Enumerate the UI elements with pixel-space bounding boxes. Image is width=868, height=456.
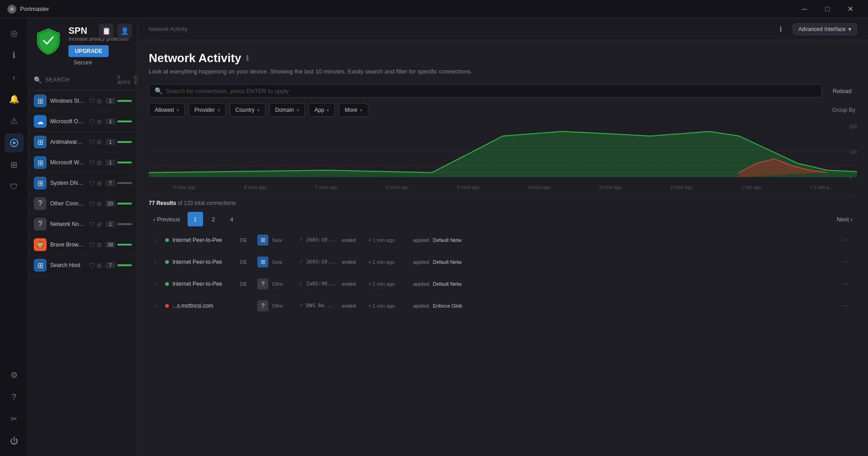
- minimize-button[interactable]: ─: [794, 0, 815, 18]
- chevron-down-icon: ▾: [848, 26, 851, 32]
- connection-more-button[interactable]: ⋯: [839, 300, 852, 311]
- main-content: Network Activity ℹ Advanced Interface ▾ …: [138, 18, 868, 456]
- app-actions: 🛡 ⊞: [89, 200, 102, 207]
- connection-row[interactable]: › ...s.msftncsi.com ? Othe ↗ DNS Re... e…: [149, 295, 857, 317]
- badge-bar: [117, 141, 132, 143]
- page-2-button[interactable]: 2: [206, 212, 221, 226]
- connection-name: Internet Peer-to-Pee: [173, 281, 236, 287]
- app-action-privacy[interactable]: 🛡: [89, 139, 95, 146]
- app-action-settings[interactable]: ⊞: [97, 98, 102, 105]
- badge-count: 1: [105, 159, 115, 166]
- app-list-item[interactable]: ? Other Connections 🛡 ⊞ 20: [28, 194, 137, 214]
- connection-search-bar: 🔍 Reload: [149, 84, 857, 98]
- maximize-button[interactable]: □: [817, 0, 838, 18]
- info-button[interactable]: ℹ: [774, 23, 787, 36]
- y-label-0: 0: [849, 175, 857, 180]
- nav-item-power[interactable]: ⏻: [5, 431, 24, 451]
- page-4-button[interactable]: 4: [224, 212, 240, 226]
- filter-allowed-button[interactable]: Allowed▾: [149, 103, 185, 117]
- connection-more-button[interactable]: ⋯: [839, 278, 852, 289]
- nav-item-globe[interactable]: ◎: [5, 24, 24, 43]
- chart-x-label: 9 mins ago: [173, 185, 195, 190]
- app-list-item[interactable]: ⊞ Antimalware Service Executable 🛡 ⊞ 1: [28, 132, 137, 152]
- nav-item-info[interactable]: ℹ: [5, 46, 24, 65]
- chevron-down-icon: ▾: [177, 108, 179, 113]
- sidebar-search-input[interactable]: [45, 77, 114, 83]
- app-action-settings[interactable]: ⊞: [97, 118, 102, 125]
- notes-button[interactable]: 📋: [99, 24, 114, 38]
- app-action-settings[interactable]: ⊞: [97, 262, 102, 269]
- nav-item-settings[interactable]: ⚙: [5, 366, 24, 385]
- connection-status: ended: [342, 303, 365, 309]
- badge-bar: [117, 244, 132, 246]
- filter-more-button[interactable]: More▾: [339, 103, 368, 117]
- app-icon: ⊞: [34, 136, 47, 148]
- spn-upgrade-button[interactable]: UPGRADE: [68, 45, 109, 57]
- connection-search-input[interactable]: [166, 88, 816, 94]
- titlebar: Portmaster ─ □ ✕: [0, 0, 868, 18]
- app-action-privacy[interactable]: 🛡: [89, 98, 95, 105]
- connection-status: ended: [342, 237, 365, 243]
- app-badge: 7: [105, 262, 132, 268]
- filter-country-button[interactable]: Country▾: [230, 103, 266, 117]
- connection-row[interactable]: › Internet Peer-to-Pee DE ⊞ Sear ↗ 2603:…: [149, 229, 857, 251]
- results-total: of 133 total connections: [178, 200, 235, 206]
- app-action-privacy[interactable]: 🛡: [89, 180, 95, 187]
- shield-icon: [36, 27, 61, 56]
- app-action-settings[interactable]: ⊞: [97, 221, 102, 228]
- connection-country: DE: [240, 259, 254, 265]
- app-action-privacy[interactable]: 🛡: [89, 118, 95, 125]
- page-1-button[interactable]: 1: [188, 212, 203, 226]
- filter-domain-button[interactable]: Domain▾: [269, 103, 305, 117]
- app-list-item[interactable]: ? Network Noise 🛡 ⊞ 1: [28, 214, 137, 235]
- close-button[interactable]: ✕: [840, 0, 861, 18]
- sidebar-expand-button[interactable]: ⛶: [134, 74, 138, 86]
- connection-row[interactable]: › Internet Peer-to-Pee DE ⊞ Sear ↗ 2603:…: [149, 251, 857, 273]
- nav-item-spn[interactable]: [5, 133, 24, 152]
- nav-item-warning[interactable]: ⚠: [5, 111, 24, 131]
- app-action-privacy[interactable]: 🛡: [89, 262, 95, 269]
- connection-more-button[interactable]: ⋯: [839, 235, 852, 245]
- app-action-settings[interactable]: ⊞: [97, 241, 102, 248]
- interface-selector[interactable]: Advanced Interface ▾: [793, 23, 857, 35]
- connection-type: Sear: [272, 259, 295, 265]
- app-action-privacy[interactable]: 🛡: [89, 200, 95, 207]
- page-title-info-icon[interactable]: ℹ: [246, 54, 249, 63]
- y-label-100: 100: [849, 150, 857, 155]
- app-list-item[interactable]: ⊞ Search Host 🛡 ⊞ 7: [28, 255, 137, 276]
- app-list-item[interactable]: ☁ Microsoft OneDrive 🛡 ⊞ 1: [28, 111, 137, 132]
- app-action-settings[interactable]: ⊞: [97, 159, 102, 166]
- filter-app-button[interactable]: App▾: [309, 103, 335, 117]
- app-action-privacy[interactable]: 🛡: [89, 159, 95, 166]
- app-action-settings[interactable]: ⊞: [97, 200, 102, 207]
- nav-item-tools[interactable]: ✂: [5, 409, 24, 429]
- app-action-privacy[interactable]: 🛡: [89, 221, 95, 228]
- nav-item-back[interactable]: ‹: [5, 68, 24, 87]
- group-by-button[interactable]: Group By: [830, 104, 857, 116]
- connection-more-button[interactable]: ⋯: [839, 257, 852, 267]
- nav-item-help[interactable]: ?: [5, 388, 24, 407]
- sidebar-search-bar: 🔍 9 APPS ⛶: [28, 69, 137, 91]
- next-page-button[interactable]: Next ›: [832, 213, 857, 225]
- app-list-item[interactable]: ⊞ System DNS Client 🛡 ⊞ 7: [28, 173, 137, 194]
- nav-item-shield[interactable]: 🛡: [5, 177, 24, 196]
- app-action-privacy[interactable]: 🛡: [89, 241, 95, 248]
- app-icon: ⊞: [34, 156, 47, 169]
- filter-provider-button[interactable]: Provider▾: [188, 103, 226, 117]
- app-action-settings[interactable]: ⊞: [97, 139, 102, 146]
- search-icon: 🔍: [34, 76, 42, 84]
- badge-bar: [117, 100, 132, 102]
- connection-country: DE: [240, 281, 254, 287]
- connection-row[interactable]: › Internet Peer-to-Pee DE ? Othe ↗ 2a02:…: [149, 273, 857, 295]
- nav-item-bell[interactable]: 🔔: [5, 89, 24, 109]
- nav-item-apps[interactable]: ⊞: [5, 155, 24, 174]
- reload-button[interactable]: Reload: [827, 85, 857, 97]
- app-list-item[interactable]: 🦁 Brave Browser 🛡 ⊞ 38: [28, 235, 137, 255]
- profile-button[interactable]: 👤: [117, 24, 132, 38]
- app-icon: ☁: [34, 115, 47, 128]
- badge-count: 7: [105, 262, 115, 268]
- app-list-item[interactable]: ⊞ Microsoft Windows Client Web Ex... 🛡 ⊞…: [28, 152, 137, 173]
- app-list-item[interactable]: ⊞ Windows Start Experience Host 🛡 ⊞ 1: [28, 91, 137, 111]
- app-action-settings[interactable]: ⊞: [97, 180, 102, 187]
- prev-page-button[interactable]: ‹ Previous: [149, 213, 185, 225]
